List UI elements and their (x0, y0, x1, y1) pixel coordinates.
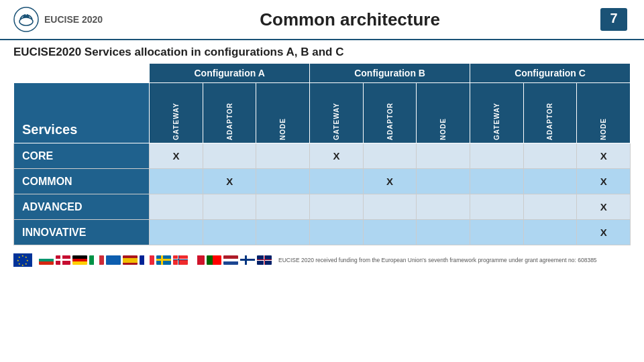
col-a-adaptor: ADAPTOR (203, 83, 256, 143)
finland-flag-icon (240, 255, 255, 265)
inn-a-no (256, 220, 310, 245)
main-table-container: Configuration A Configuration B Configur… (0, 63, 644, 249)
core-a-gw: X (150, 143, 203, 169)
col-c-node: NODE (577, 83, 631, 143)
common-b-ad: X (363, 169, 417, 194)
svg-point-1 (19, 17, 33, 25)
core-b-ad (363, 143, 417, 169)
core-c-no: X (577, 143, 631, 169)
inn-c-ad (523, 220, 577, 245)
italy-flag-icon (89, 255, 104, 265)
inn-a-gw (150, 220, 203, 245)
subheader-row: Services GATEWAY ADAPTOR NODE GATEWAY AD… (14, 83, 631, 143)
svg-text:★: ★ (18, 255, 21, 259)
denmark-flag-icon (56, 255, 70, 265)
inn-b-no (417, 220, 470, 245)
flag-strip (39, 255, 272, 265)
svg-text:★: ★ (17, 259, 19, 262)
eu-flag-icon: ★ ★ ★ ★ ★ ★ ★ ★ (13, 253, 32, 267)
adv-c-no: X (577, 194, 631, 220)
inn-b-ad (363, 220, 417, 245)
adv-c-ad (523, 194, 577, 220)
bulgaria-flag-icon (39, 255, 54, 265)
col-b-gateway: GATEWAY (310, 83, 364, 143)
common-label: COMMON (14, 169, 150, 194)
common-a-gw (150, 169, 203, 194)
page-title: Common architecture (103, 9, 597, 30)
page-subtitle: EUCISE2020 Services allocation in config… (0, 40, 644, 63)
common-c-no: X (577, 169, 631, 194)
innovative-label: INNOVATIVE (14, 220, 150, 245)
svg-text:★: ★ (18, 262, 21, 265)
inn-c-gw (470, 220, 524, 245)
eucise-logo-icon (13, 7, 39, 32)
core-a-no (256, 143, 310, 169)
footer: ★ ★ ★ ★ ★ ★ ★ ★ (0, 251, 644, 269)
common-b-gw (310, 169, 364, 194)
adv-c-gw (470, 194, 524, 220)
col-a-gateway: GATEWAY (150, 83, 203, 143)
services-label: Services (14, 83, 150, 143)
common-c-ad (523, 169, 577, 194)
adv-a-no (256, 194, 310, 220)
core-c-ad (523, 143, 577, 169)
greece-flag-icon (106, 255, 121, 265)
svg-text:★: ★ (25, 262, 28, 265)
col-c-gateway: GATEWAY (470, 83, 524, 143)
col-b-adaptor: ADAPTOR (363, 83, 417, 143)
table-row: CORE X X X (14, 143, 631, 169)
inn-a-ad (203, 220, 256, 245)
config-header-row: Configuration A Configuration B Configur… (14, 64, 631, 83)
uk-flag-icon (257, 255, 272, 265)
malta-flag-icon (190, 255, 205, 265)
advanced-label: ADVANCED (14, 194, 150, 220)
common-a-ad: X (203, 169, 256, 194)
adv-b-ad (363, 194, 417, 220)
france-flag-icon (140, 255, 154, 265)
col-b-node: NODE (417, 83, 470, 143)
netherlands-flag-icon (223, 255, 238, 265)
eucise-label: EUCISE 2020 (44, 14, 103, 25)
svg-text:★: ★ (21, 263, 24, 267)
core-a-ad (203, 143, 256, 169)
right-logo-icon: 7 (597, 7, 631, 32)
col-c-adaptor: ADAPTOR (523, 83, 577, 143)
core-label: CORE (14, 143, 150, 169)
common-a-no (256, 169, 310, 194)
core-c-gw (470, 143, 524, 169)
common-c-gw (470, 169, 524, 194)
allocation-table: Configuration A Configuration B Configur… (13, 63, 631, 245)
svg-text:★: ★ (21, 254, 24, 257)
adv-a-gw (150, 194, 203, 220)
footer-text: EUCISE 2020 received funding from the Eu… (278, 257, 597, 263)
svg-point-0 (14, 7, 38, 32)
col-a-node: NODE (256, 83, 310, 143)
table-row: COMMON X X X (14, 169, 631, 194)
adv-b-no (417, 194, 470, 220)
adv-b-gw (310, 194, 364, 220)
config-a-header: Configuration A (150, 64, 310, 83)
svg-text:7: 7 (610, 11, 617, 25)
sweden-flag-icon (156, 255, 171, 265)
inn-c-no: X (577, 220, 631, 245)
inn-b-gw (310, 220, 364, 245)
header: EUCISE 2020 Common architecture 7 (0, 0, 644, 40)
core-b-no (417, 143, 470, 169)
logo-area: EUCISE 2020 (13, 7, 103, 32)
portugal-flag-icon (207, 255, 221, 265)
config-b-header: Configuration B (310, 64, 470, 83)
common-b-no (417, 169, 470, 194)
norway-flag-icon (173, 255, 188, 265)
config-c-header: Configuration C (470, 64, 631, 83)
germany-flag-icon (72, 255, 87, 265)
adv-a-ad (203, 194, 256, 220)
table-row: ADVANCED X (14, 194, 631, 220)
spain-flag-icon (123, 255, 138, 265)
core-b-gw: X (310, 143, 364, 169)
table-row: INNOVATIVE X (14, 220, 631, 245)
